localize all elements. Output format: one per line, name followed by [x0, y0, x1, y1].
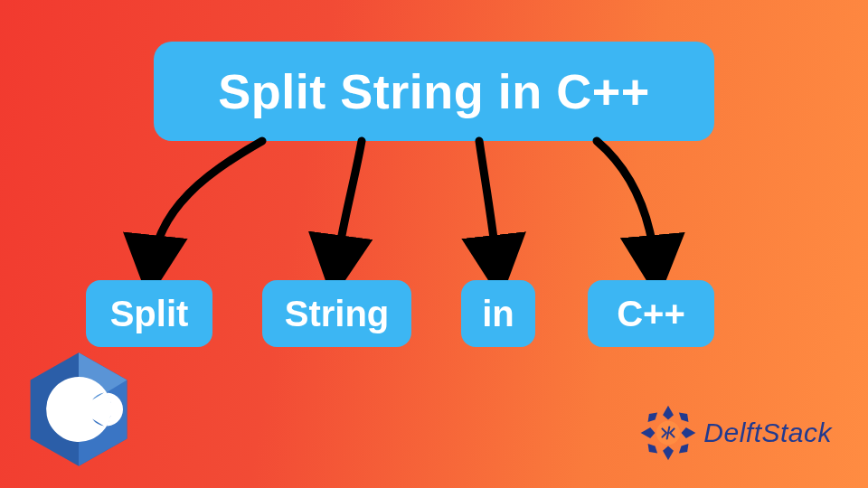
- cpp-logo-icon: [25, 351, 132, 468]
- token-box-string: String: [262, 280, 411, 347]
- source-string-label: Split String in C++: [218, 63, 650, 119]
- token-box-split: Split: [86, 280, 212, 347]
- brand-logo: DelftStack: [638, 403, 832, 463]
- svg-rect-4: [90, 408, 101, 410]
- token-label: Split: [110, 294, 189, 334]
- token-label: C++: [617, 294, 685, 334]
- source-string-box: Split String in C++: [154, 42, 714, 141]
- token-box-cpp: C++: [588, 280, 714, 347]
- brand-name: DelftStack: [703, 418, 832, 448]
- token-label: in: [482, 294, 514, 334]
- svg-rect-6: [104, 408, 116, 410]
- tokens-row: Split String in C++: [0, 280, 868, 352]
- token-box-in: in: [461, 280, 535, 347]
- token-label: String: [285, 294, 390, 334]
- brand-mark-icon: [638, 403, 698, 463]
